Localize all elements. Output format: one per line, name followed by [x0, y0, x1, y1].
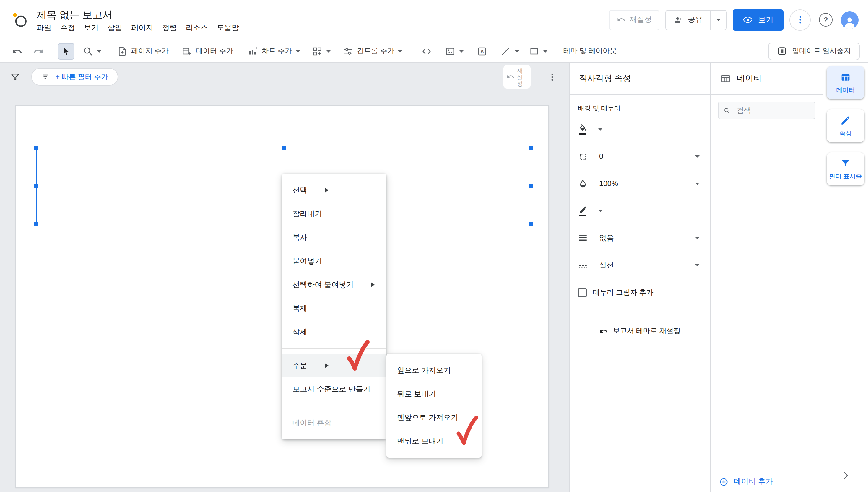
filter-reset-button[interactable]: 재설정 — [503, 65, 531, 89]
add-page-button[interactable]: 페이지 추가 — [117, 46, 169, 56]
theme-layout-label: 테마 및 레이아웃 — [563, 46, 617, 56]
fill-color-control[interactable] — [578, 118, 702, 141]
opacity-control[interactable]: 100% — [578, 172, 702, 196]
add-data-footer-label: 데이터 추가 — [734, 477, 773, 487]
chevron-right-icon — [840, 470, 851, 481]
data-panel-header: 데이터 — [711, 63, 822, 95]
share-dropdown-button[interactable] — [710, 10, 726, 29]
border-shadow-checkbox[interactable] — [578, 288, 587, 297]
redo-button[interactable] — [29, 43, 47, 59]
line-tool-icon — [501, 46, 511, 56]
submenu-item-bring-forward[interactable]: 앞으로 가져오기 — [386, 359, 482, 382]
selection-handle[interactable] — [282, 146, 286, 150]
chevron-down-icon — [695, 182, 700, 185]
menu-edit[interactable]: 수정 — [60, 23, 75, 33]
menu-insert[interactable]: 삽입 — [107, 23, 122, 33]
rail-tab-properties[interactable]: 속성 — [827, 109, 865, 142]
pause-updates-button[interactable]: 업데이트 일시중지 — [768, 42, 860, 60]
collapse-panel-button[interactable] — [840, 470, 851, 483]
share-button[interactable]: 공유 — [666, 10, 710, 29]
menu-item-label: 복사 — [292, 232, 307, 243]
add-quick-filter-button[interactable]: + 빠른 필터 추가 — [31, 68, 118, 85]
menu-resource[interactable]: 리소스 — [186, 23, 208, 33]
corner-radius-control[interactable]: 0 — [578, 145, 702, 168]
avatar[interactable] — [841, 11, 859, 29]
search-icon — [723, 106, 731, 115]
menu-divider — [282, 406, 386, 407]
undo-button[interactable] — [8, 43, 26, 59]
view-button[interactable]: 보기 — [733, 9, 783, 30]
more-options-button[interactable] — [789, 9, 811, 30]
reset-to-theme-link[interactable]: 보고서 테마로 재설정 — [578, 326, 702, 336]
context-menu-item-copy[interactable]: 복사 — [282, 226, 386, 249]
community-visualizations-button[interactable] — [312, 46, 331, 56]
chevron-down-icon — [97, 50, 102, 52]
context-menu-item-cut[interactable]: 잘라내기 — [282, 202, 386, 226]
text-tool-icon: A — [477, 46, 488, 56]
line-weight-control[interactable]: 없음 — [578, 226, 702, 250]
line-style-icon — [578, 260, 592, 270]
line-tool-button[interactable] — [501, 46, 520, 56]
chevron-down-icon — [398, 50, 403, 52]
search-input[interactable] — [736, 106, 810, 115]
pencil-icon — [840, 114, 851, 126]
rail-tab-data[interactable]: 데이터 — [827, 66, 865, 99]
looker-studio-logo-icon[interactable] — [10, 10, 29, 29]
shape-tool-button[interactable] — [529, 46, 548, 56]
right-rail: 데이터 속성 필터 표시줄 — [822, 63, 868, 492]
selection-handle[interactable] — [529, 146, 533, 150]
chevron-down-icon — [598, 210, 603, 212]
submenu-arrow-icon — [325, 188, 329, 193]
menu-page[interactable]: 페이지 — [131, 23, 153, 33]
embed-url-button[interactable] — [418, 43, 436, 59]
add-control-button[interactable]: 컨트롤 추가 — [343, 46, 403, 56]
menu-item-label: 데이터 혼합 — [292, 418, 332, 428]
funnel-icon — [840, 157, 851, 169]
image-tool-button[interactable] — [445, 46, 464, 56]
add-quick-filter-label: + 빠른 필터 추가 — [55, 72, 108, 82]
properties-panel-title: 직사각형 속성 — [579, 73, 631, 83]
selection-handle[interactable] — [529, 184, 533, 188]
add-data-button[interactable]: 데이터 추가 — [182, 46, 234, 56]
menu-file[interactable]: 파일 — [37, 23, 51, 33]
add-data-icon — [182, 46, 192, 56]
border-shadow-row: 테두리 그림자 추가 — [578, 280, 702, 304]
title-block: 제목 없는 보고서 파일 수정 보기 삽입 페이지 정렬 리소스 도움말 — [37, 6, 609, 33]
context-menu-item-paste-special[interactable]: 선택하여 붙여넣기 — [282, 273, 386, 296]
reset-button[interactable]: 재설정 — [609, 10, 659, 30]
report-canvas[interactable]: + 빠른 필터 추가 재설정 — [0, 63, 569, 492]
line-weight-value: 없음 — [599, 233, 614, 243]
report-title[interactable]: 제목 없는 보고서 — [37, 9, 609, 21]
select-tool-button[interactable] — [58, 43, 74, 59]
menu-help[interactable]: 도움말 — [217, 23, 239, 33]
filter-bar-more-button[interactable] — [547, 72, 557, 82]
context-menu-item-duplicate[interactable]: 복제 — [282, 296, 386, 320]
filter-icon — [9, 71, 21, 82]
add-data-button-footer[interactable]: 데이터 추가 — [711, 471, 822, 492]
zoom-tool-button[interactable] — [83, 46, 102, 56]
border-color-control[interactable] — [578, 199, 702, 223]
selection-handle[interactable] — [34, 222, 39, 226]
line-style-control[interactable]: 실선 — [578, 253, 702, 277]
zoom-icon — [83, 46, 93, 56]
help-button[interactable]: ? — [819, 13, 833, 27]
embed-code-icon — [421, 46, 432, 56]
section-background-border: 배경 및 테두리 — [578, 104, 702, 113]
context-menu-item-paste[interactable]: 붙여넣기 — [282, 249, 386, 273]
selection-handle[interactable] — [529, 222, 533, 226]
menu-arrange[interactable]: 정렬 — [162, 23, 177, 33]
text-tool-button[interactable]: A — [474, 43, 491, 59]
theme-layout-button[interactable]: 테마 및 레이아웃 — [563, 46, 617, 56]
menu-view[interactable]: 보기 — [84, 23, 99, 33]
add-page-label: 페이지 추가 — [131, 46, 169, 56]
submenu-item-send-backward[interactable]: 뒤로 보내기 — [386, 382, 482, 406]
header-actions: 재설정 공유 — [609, 9, 859, 30]
reset-label: 재설정 — [630, 15, 652, 25]
selection-handle[interactable] — [34, 184, 39, 188]
selection-handle[interactable] — [34, 146, 39, 150]
add-chart-button[interactable]: 차트 추가 — [247, 46, 300, 56]
menu-item-label: 주문 — [292, 361, 307, 371]
context-menu-item-select[interactable]: 선택 — [282, 178, 386, 202]
rail-tab-filter-bar[interactable]: 필터 표시줄 — [827, 152, 865, 186]
context-menu-item-make-report-level[interactable]: 보고서 수준으로 만들기 — [282, 377, 386, 401]
